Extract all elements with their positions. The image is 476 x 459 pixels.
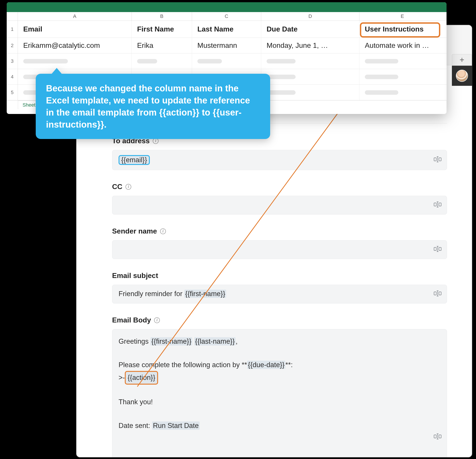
field-label-sender: Sender name i [112,227,447,235]
input-sender-name[interactable] [112,240,447,259]
col-header[interactable]: D [261,12,359,21]
insert-field-icon[interactable] [434,290,442,298]
svg-rect-0 [434,158,436,161]
insert-field-icon[interactable] [434,156,442,164]
cell-header-email[interactable]: Email [18,21,132,37]
sheet-header-row: 1 Email First Name Last Name Due Date Us… [7,21,447,38]
svg-rect-5 [434,203,436,206]
svg-rect-21 [439,435,441,438]
svg-rect-1 [439,158,441,161]
token-email: {{email}} [119,155,150,165]
annotation-callout: Because we changed the column name in th… [36,74,270,139]
svg-rect-20 [434,435,436,438]
row-number[interactable]: 4 [7,69,18,84]
field-label-cc: CC i [112,183,447,191]
row-number[interactable]: 1 [7,21,18,37]
cell-header-last-name[interactable]: Last Name [192,21,261,37]
field-label-subject: Email subject [112,272,447,280]
row-number[interactable]: 3 [7,53,18,69]
field-label-body: Email Body i [112,316,447,324]
callout-text: Because we changed the column name in th… [46,83,250,129]
token-action-highlight: {{action}} [125,371,158,385]
svg-rect-6 [439,203,441,206]
input-cc[interactable] [112,196,447,214]
svg-rect-16 [439,292,441,295]
insert-field-icon[interactable] [434,201,442,209]
svg-rect-10 [434,247,436,250]
sheet-empty-row: 3 [7,53,447,69]
col-header[interactable]: B [132,12,192,21]
input-email-body[interactable]: Greetings {{first-name}} {{last-name}}, … [112,329,447,457]
token-first-name: {{first-name}} [184,290,226,298]
sheet-data-row: 2 Erikamm@catalytic.com Erika Mustermann… [7,38,447,53]
spreadsheet-titlebar [7,2,447,12]
sheet-corner[interactable] [7,12,18,21]
insert-field-icon[interactable] [434,246,442,254]
info-icon[interactable]: i [160,228,166,234]
row-number[interactable]: 2 [7,38,18,53]
token-last-name: {{last-name}} [194,337,236,345]
cell-header-due-date[interactable]: Due Date [261,21,359,37]
input-to-address[interactable]: {{email}} [112,150,447,170]
token-first-name: {{first-name}} [151,337,192,345]
input-email-subject[interactable]: Friendly reminder for {{first-name}} [112,285,447,303]
cell-due-date[interactable]: Monday, June 1, … [261,38,359,53]
info-icon[interactable]: i [154,317,160,323]
info-icon[interactable]: i [126,184,131,190]
cell-last-name[interactable]: Mustermann [192,38,261,53]
cell-first-name[interactable]: Erika [132,38,192,53]
svg-rect-15 [434,292,436,295]
col-header[interactable]: E [359,12,445,21]
col-header[interactable]: A [18,12,132,21]
cell-email[interactable]: Erikamm@catalytic.com [18,38,132,53]
user-avatar[interactable] [456,70,468,82]
col-header[interactable]: C [192,12,261,21]
svg-rect-11 [439,247,441,250]
token-run-start-date: Run Start Date [152,422,200,430]
row-number[interactable]: 5 [7,85,18,100]
avatar-strip [452,66,472,86]
cell-header-first-name[interactable]: First Name [132,21,192,37]
insert-field-icon[interactable] [411,419,442,455]
cell-header-user-instructions[interactable]: User Instructions [359,21,445,37]
token-due-date: {{due-date}} [247,361,286,369]
cell-user-instructions[interactable]: Automate work in … [359,38,445,53]
add-tab-button[interactable]: + [452,54,472,66]
